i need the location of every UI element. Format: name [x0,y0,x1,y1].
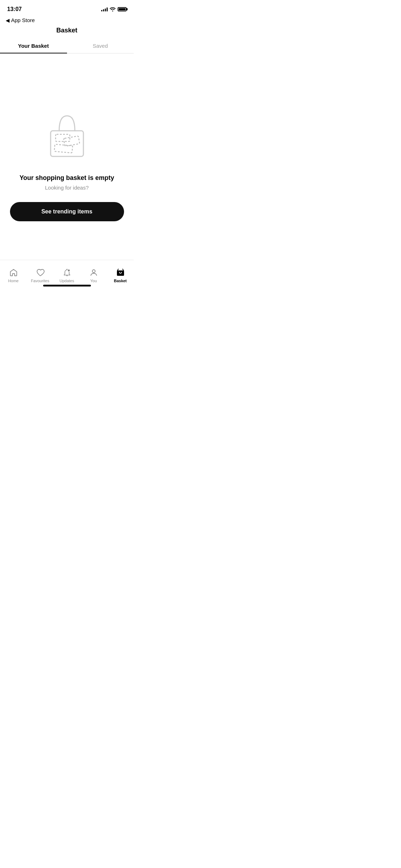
home-indicator [43,285,91,286]
page-header: Basket [0,25,134,38]
nav-basket-label: Basket [114,279,127,283]
see-trending-button[interactable]: See trending items [10,202,124,221]
heart-icon [36,268,45,277]
nav-basket[interactable]: Basket [107,268,134,283]
empty-basket-title: Your shopping basket is empty [20,174,114,182]
nav-home[interactable]: Home [0,268,27,283]
back-label: App Store [11,17,35,23]
nav-updates-label: Updates [60,279,74,283]
signal-bars-icon [101,7,108,11]
svg-rect-1 [56,134,70,141]
tab-saved[interactable]: Saved [67,38,134,53]
page-title: Basket [6,27,128,34]
nav-you-label: You [90,279,97,283]
main-content: Your shopping basket is empty Looking fo… [0,53,134,267]
nav-favourites-label: Favourites [31,279,49,283]
status-time: 13:07 [7,6,22,12]
svg-rect-3 [54,144,73,153]
nav-home-label: Home [8,279,19,283]
basket-icon [116,268,125,277]
tab-your-basket[interactable]: Your Basket [0,38,67,53]
empty-basket-illustration [35,99,99,164]
wifi-icon [110,7,115,11]
status-bar: 13:07 [0,0,134,16]
svg-point-4 [67,269,70,272]
back-navigation[interactable]: ◀ App Store [0,16,134,25]
tabs-container: Your Basket Saved [0,38,134,53]
bell-icon [62,268,72,277]
empty-basket-subtitle: Looking for ideas? [45,185,89,191]
back-arrow-icon: ◀ [6,17,10,23]
nav-favourites[interactable]: Favourites [27,268,53,283]
person-icon [89,268,98,277]
status-icons [101,7,127,11]
nav-updates[interactable]: Updates [53,268,80,283]
svg-point-5 [92,270,95,273]
home-icon [9,268,18,277]
battery-icon [118,7,127,11]
nav-you[interactable]: You [80,268,107,283]
